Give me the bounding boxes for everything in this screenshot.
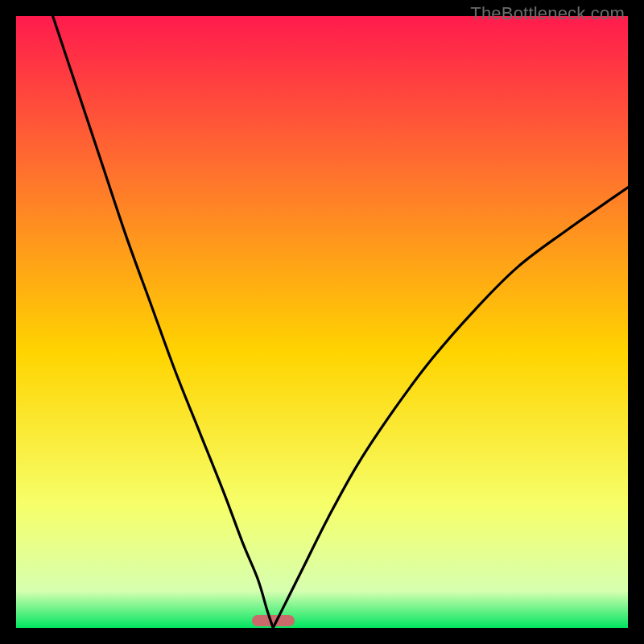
curve-right-branch (273, 188, 628, 628)
watermark-text: TheBottleneck.com (470, 3, 625, 24)
bottleneck-curve (16, 16, 628, 628)
curve-left-branch (53, 16, 274, 628)
